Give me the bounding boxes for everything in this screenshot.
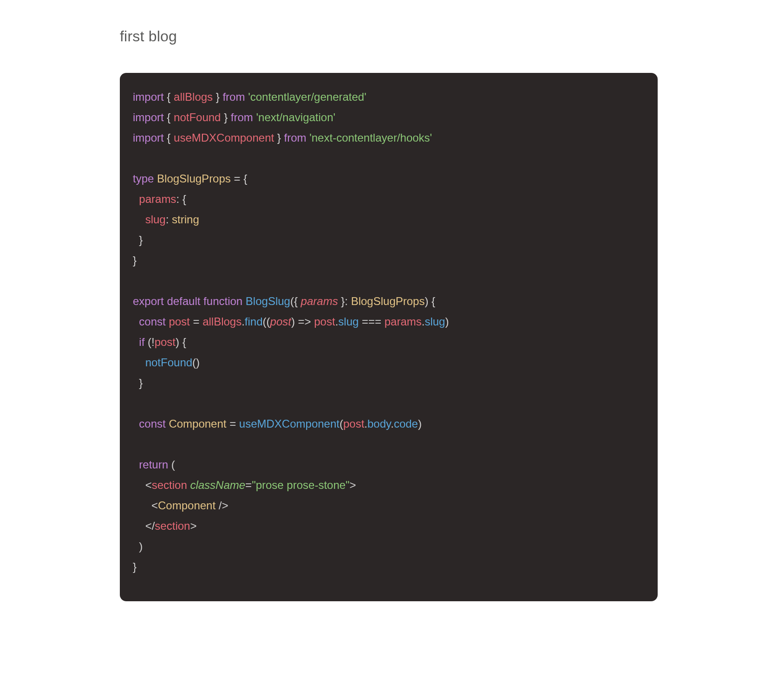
code-token: const — [139, 417, 165, 430]
code-token: . — [391, 417, 394, 430]
code-line: params: { — [133, 189, 645, 209]
code-token: ( — [168, 458, 175, 471]
code-token: BlogSlugProps — [157, 172, 231, 185]
code-token: from — [222, 91, 245, 103]
code-token: notFound — [174, 111, 221, 124]
code-token: const — [139, 315, 165, 328]
code-token: allBlogs — [174, 91, 213, 103]
code-token: ) { — [176, 336, 186, 348]
code-token: params — [301, 295, 338, 307]
code-token: useMDXComponent — [239, 417, 340, 430]
code-token: 'next/navigation' — [256, 111, 336, 124]
code-token — [133, 397, 136, 410]
code-token: slug — [145, 213, 166, 226]
code-line — [133, 271, 645, 291]
code-token: className — [190, 479, 245, 491]
code-token — [133, 152, 136, 164]
code-line: import { allBlogs } from 'contentlayer/g… — [133, 87, 645, 107]
code-token: post — [343, 417, 364, 430]
code-token: allBlogs — [203, 315, 242, 328]
code-token — [133, 356, 145, 369]
code-token: useMDXComponent — [174, 131, 274, 144]
code-line — [133, 434, 645, 455]
code-token: ) — [133, 540, 143, 552]
code-token: BlogSlug — [246, 295, 290, 307]
code-token: } — [133, 254, 137, 266]
code-token: > — [190, 520, 196, 532]
code-token: 'contentlayer/generated' — [248, 91, 366, 103]
code-token: } — [133, 560, 137, 573]
code-token: (! — [144, 336, 154, 348]
code-token: default — [167, 295, 200, 307]
code-line: return ( — [133, 455, 645, 475]
code-token: /> — [216, 499, 228, 512]
code-token: find — [245, 315, 263, 328]
code-token: : { — [176, 193, 186, 205]
code-token: } — [274, 131, 284, 144]
code-token — [133, 458, 139, 471]
code-token: ({ — [290, 295, 301, 307]
code-token: < — [133, 479, 152, 491]
code-token — [253, 111, 256, 124]
code-token: "prose prose-stone" — [252, 479, 349, 491]
code-token: < — [133, 499, 158, 512]
code-token: slug — [338, 315, 359, 328]
code-token: Component — [169, 417, 226, 430]
code-token: Component — [158, 499, 216, 512]
code-line: type BlogSlugProps = { — [133, 169, 645, 189]
code-token: > — [350, 479, 356, 491]
code-token: = — [245, 479, 252, 491]
page-root: first blog import { allBlogs } from 'con… — [0, 0, 784, 601]
code-block: import { allBlogs } from 'contentlayer/g… — [120, 73, 658, 601]
code-line: } — [133, 373, 645, 393]
code-token: body — [367, 417, 391, 430]
code-token — [133, 417, 139, 430]
code-line: <Component /> — [133, 495, 645, 516]
code-line: notFound() — [133, 352, 645, 373]
code-line: import { notFound } from 'next/navigatio… — [133, 107, 645, 128]
code-line: if (!post) { — [133, 332, 645, 352]
code-token: = — [226, 417, 239, 430]
code-token: } — [221, 111, 230, 124]
code-line: ) — [133, 536, 645, 557]
code-line: } — [133, 250, 645, 271]
code-token: { — [164, 91, 174, 103]
code-token: section — [155, 520, 190, 532]
code-token — [133, 213, 145, 226]
code-token: . — [242, 315, 245, 328]
code-token: } — [213, 91, 222, 103]
code-line: } — [133, 230, 645, 250]
code-token: export — [133, 295, 164, 307]
code-line — [133, 393, 645, 414]
code-token: slug — [425, 315, 445, 328]
code-token: { — [164, 131, 174, 144]
code-token: : — [166, 213, 172, 226]
code-token: params — [385, 315, 422, 328]
page-title: first blog — [120, 28, 784, 45]
code-token: string — [172, 213, 199, 226]
code-token: type — [133, 172, 154, 185]
code-token: post — [314, 315, 335, 328]
code-token: post — [155, 336, 176, 348]
code-token: ) — [418, 417, 422, 430]
code-line: <section className="prose prose-stone"> — [133, 475, 645, 495]
code-token: BlogSlugProps — [351, 295, 425, 307]
code-token: }: — [338, 295, 351, 307]
code-token — [242, 295, 246, 307]
code-token — [133, 336, 139, 348]
code-token: code — [394, 417, 418, 430]
code-token: { — [164, 111, 174, 124]
code-token: </ — [133, 520, 155, 532]
code-token: === — [359, 315, 384, 328]
code-token: if — [139, 336, 144, 348]
code-token — [133, 438, 136, 450]
code-line: </section> — [133, 516, 645, 536]
code-token: return — [139, 458, 168, 471]
code-token: = — [190, 315, 203, 328]
code-token: (( — [263, 315, 270, 328]
code-token: from — [231, 111, 253, 124]
code-token — [133, 274, 136, 287]
code-token: ) => — [291, 315, 314, 328]
code-token: function — [203, 295, 242, 307]
code-token: params — [139, 193, 176, 205]
